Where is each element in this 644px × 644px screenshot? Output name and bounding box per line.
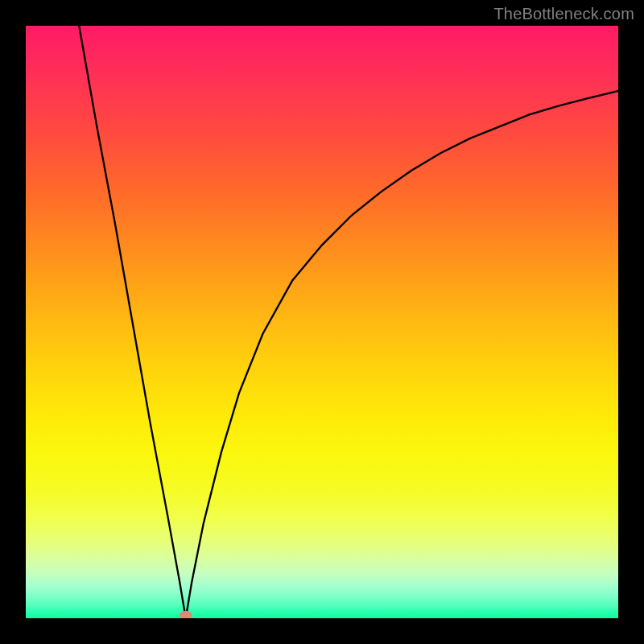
curve-left-branch (79, 26, 185, 618)
chart-frame: TheBottleneck.com (0, 0, 644, 644)
curve-right-branch (186, 91, 618, 618)
minimum-marker (180, 611, 192, 618)
plot-area (26, 26, 618, 618)
watermark-text: TheBottleneck.com (493, 5, 634, 23)
curve-svg (26, 26, 618, 618)
